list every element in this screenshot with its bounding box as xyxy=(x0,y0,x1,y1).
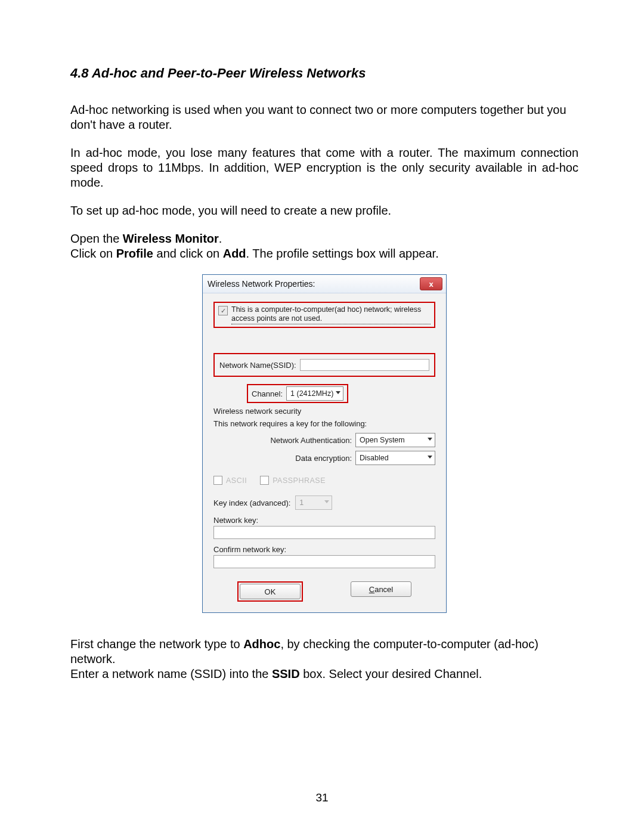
security-header: Wireless network security xyxy=(213,407,435,416)
text-bold-ssid: SSID xyxy=(272,667,300,680)
text-bold-add: Add xyxy=(223,247,246,260)
keyindex-row: Key index (advanced): 1 xyxy=(213,496,435,510)
text-fragment: and click on xyxy=(153,247,223,260)
document-page: 4.8 Ad-hoc and Peer-to-Peer Wireless Net… xyxy=(0,0,644,833)
dialog-body: ✓ This is a computer-to-computer(ad hoc)… xyxy=(203,293,446,612)
passphrase-checkbox[interactable] xyxy=(260,476,269,485)
text-fragment: . The profile settings box will appear. xyxy=(246,247,439,260)
text-fragment: Enter a network name (SSID) into the xyxy=(70,667,272,680)
networkkey-input[interactable] xyxy=(213,526,435,539)
text-bold-adhoc: Adhoc xyxy=(243,637,280,651)
close-button[interactable]: x xyxy=(420,277,442,290)
keyindex-value: 1 xyxy=(299,498,304,507)
dialog-button-row: OK Cancel xyxy=(213,581,435,602)
page-number: 31 xyxy=(0,791,644,804)
ascii-passphrase-row: ASCII PASSPHRASE xyxy=(213,476,435,485)
text-fragment: Click on xyxy=(70,247,116,260)
ssid-label: Network Name(SSID): xyxy=(219,361,296,370)
paragraph-enter-ssid: Enter a network name (SSID) into the SSI… xyxy=(70,667,578,682)
ssid-row: Network Name(SSID): xyxy=(213,353,435,377)
channel-select[interactable]: 1 (2412MHz) xyxy=(286,386,343,401)
paragraph-change-type: First change the network type to Adhoc, … xyxy=(70,637,578,667)
adhoc-checkbox[interactable]: ✓ xyxy=(218,306,228,315)
paragraph-click-profile: Click on Profile and click on Add. The p… xyxy=(70,246,578,261)
ssid-input[interactable] xyxy=(300,359,429,371)
ascii-label: ASCII xyxy=(226,476,247,485)
auth-value: Open System xyxy=(360,436,405,444)
adhoc-checkbox-row: ✓ This is a computer-to-computer(ad hoc)… xyxy=(213,302,435,328)
text-fragment: . xyxy=(219,232,222,245)
paragraph-setup: To set up ad-hoc mode, you will need to … xyxy=(70,203,578,218)
channel-label: Channel: xyxy=(252,389,283,398)
confirmkey-label: Confirm network key: xyxy=(213,545,435,554)
channel-value: 1 (2412MHz) xyxy=(290,389,333,398)
text-fragment: First change the network type to xyxy=(70,637,243,651)
close-icon: x xyxy=(429,280,433,289)
channel-box: Channel: 1 (2412MHz) xyxy=(247,384,348,403)
auth-row: Network Authentication: Open System xyxy=(213,433,435,447)
encryption-label: Data encryption: xyxy=(295,454,352,463)
security-note: This network requires a key for the foll… xyxy=(213,419,435,428)
section-heading: 4.8 Ad-hoc and Peer-to-Peer Wireless Net… xyxy=(70,66,578,81)
auth-select[interactable]: Open System xyxy=(355,433,435,447)
keyindex-select[interactable]: 1 xyxy=(295,496,332,510)
ok-highlight: OK xyxy=(237,581,303,602)
passphrase-label: PASSPHRASE xyxy=(273,476,326,485)
confirmkey-input[interactable] xyxy=(213,555,435,568)
keyindex-label: Key index (advanced): xyxy=(213,498,290,507)
channel-row: Channel: 1 (2412MHz) xyxy=(213,384,435,403)
dialog-titlebar: Wireless Network Properties: x xyxy=(203,275,446,293)
text-bold-wireless-monitor: Wireless Monitor xyxy=(123,232,219,245)
paragraph-intro: Ad-hoc networking is used when you want … xyxy=(70,103,578,132)
text-fragment: box. Select your desired Channel. xyxy=(300,667,482,680)
paragraph-open-monitor: Open the Wireless Monitor. xyxy=(70,231,578,246)
ok-label: OK xyxy=(265,587,276,596)
ascii-checkbox[interactable] xyxy=(213,476,222,485)
text-bold-profile: Profile xyxy=(116,247,153,260)
networkkey-label: Network key: xyxy=(213,516,435,525)
adhoc-checkbox-label: This is a computer-to-computer(ad hoc) n… xyxy=(231,305,431,324)
encryption-value: Disabled xyxy=(360,454,389,462)
encryption-select[interactable]: Disabled xyxy=(355,451,435,465)
encryption-row: Data encryption: Disabled xyxy=(213,451,435,465)
dialog-title: Wireless Network Properties: xyxy=(208,279,315,289)
cancel-label: Cancel xyxy=(369,585,393,594)
text-fragment: Open the xyxy=(70,232,123,245)
cancel-button[interactable]: Cancel xyxy=(351,581,411,597)
ok-button[interactable]: OK xyxy=(240,584,301,599)
auth-label: Network Authentication: xyxy=(270,436,352,445)
paragraph-limitations: In ad-hoc mode, you lose many features t… xyxy=(70,145,578,190)
wireless-properties-dialog: Wireless Network Properties: x ✓ This is… xyxy=(202,274,447,613)
